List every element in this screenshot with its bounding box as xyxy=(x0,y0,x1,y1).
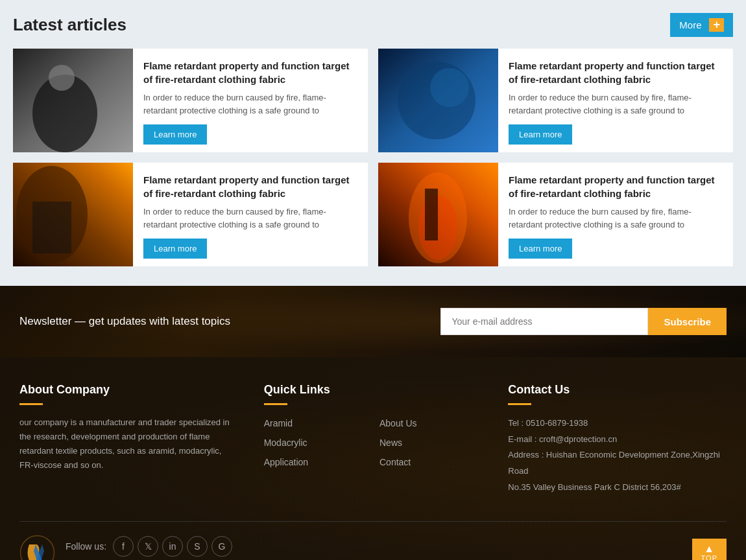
top-arrow-icon: ▲ xyxy=(704,544,714,554)
contact-email: E-mail : croft@dprotection.cn xyxy=(508,432,727,448)
contact-address1: Address : Huishan Economic Development Z… xyxy=(508,447,727,479)
article-text-4: In order to reduce the burn caused by fi… xyxy=(509,205,723,231)
article-image-1 xyxy=(13,49,133,152)
follow-section: Follow us: f 𝕏 in S G © Copyright 2020 W… xyxy=(66,536,413,560)
article-image-4 xyxy=(378,163,498,266)
about-underline xyxy=(19,403,43,405)
linkedin-icon[interactable]: in xyxy=(162,536,183,557)
about-text: our company is a manufacturer and trader… xyxy=(19,415,238,472)
footer-bottom: Follow us: f 𝕏 in S G © Copyright 2020 W… xyxy=(19,521,727,560)
article-text-2: In order to reduce the burn caused by fi… xyxy=(509,91,723,117)
more-label: More xyxy=(679,19,701,30)
learn-more-button-3[interactable]: Learn more xyxy=(143,239,207,259)
article-heading-1: Flame retardant property and function ta… xyxy=(143,59,357,86)
links-grid: AramidAbout UsModacrylicNewsApplicationC… xyxy=(264,415,483,470)
article-img-svg-1 xyxy=(13,49,133,152)
article-image-3 xyxy=(13,163,133,266)
article-content-1: Flame retardant property and function ta… xyxy=(133,49,368,152)
google-icon[interactable]: G xyxy=(211,536,232,557)
logo-area: Follow us: f 𝕏 in S G © Copyright 2020 W… xyxy=(19,535,413,560)
newsletter-text: Newsletter — get updates with latest top… xyxy=(19,315,230,328)
svg-point-2 xyxy=(49,65,75,91)
article-card-1: Flame retardant property and function ta… xyxy=(13,49,368,152)
article-img-svg-2 xyxy=(378,49,498,152)
footer-link-aramid[interactable]: Aramid xyxy=(264,415,367,431)
article-heading-4: Flame retardant property and function ta… xyxy=(509,173,723,200)
articles-grid: Flame retardant property and function ta… xyxy=(13,49,733,266)
footer-about-col: About Company our company is a manufactu… xyxy=(19,383,238,495)
top-button[interactable]: ▲ TOP xyxy=(692,539,727,560)
about-title: About Company xyxy=(19,383,238,397)
newsletter-section: Newsletter — get updates with latest top… xyxy=(0,286,746,357)
follow-area: Follow us: f 𝕏 in S G xyxy=(66,536,413,557)
contact-address2: No.35 Valley Business Park C District 56… xyxy=(508,480,727,496)
svg-rect-12 xyxy=(425,189,438,240)
facebook-icon[interactable]: f xyxy=(113,536,134,557)
svg-rect-8 xyxy=(32,202,71,253)
article-heading-3: Flame retardant property and function ta… xyxy=(143,173,357,200)
top-label: TOP xyxy=(701,554,717,560)
article-image-2 xyxy=(378,49,498,152)
footer-link-application[interactable]: Application xyxy=(264,454,367,470)
twitter-icon[interactable]: 𝕏 xyxy=(138,536,158,557)
subscribe-button[interactable]: Subscribe xyxy=(648,308,727,335)
plus-icon: + xyxy=(709,18,724,32)
article-heading-2: Flame retardant property and function ta… xyxy=(509,59,723,86)
article-content-3: Flame retardant property and function ta… xyxy=(133,163,368,266)
learn-more-button-2[interactable]: Learn more xyxy=(509,124,572,145)
email-input[interactable] xyxy=(440,308,648,335)
footer-link-modacrylic[interactable]: Modacrylic xyxy=(264,435,367,450)
footer-links-col: Quick Links AramidAbout UsModacrylicNews… xyxy=(264,383,483,495)
links-title: Quick Links xyxy=(264,383,483,397)
more-button[interactable]: More + xyxy=(670,13,733,37)
article-card-4: Flame retardant property and function ta… xyxy=(378,163,733,266)
footer-grid: About Company our company is a manufactu… xyxy=(19,383,727,495)
articles-header: Latest articles More + xyxy=(13,13,733,37)
footer-link-news[interactable]: News xyxy=(379,435,482,450)
article-img-svg-4 xyxy=(378,163,498,266)
links-underline xyxy=(264,403,287,405)
svg-point-5 xyxy=(430,68,469,107)
learn-more-button-1[interactable]: Learn more xyxy=(143,124,207,145)
footer-bottom-left: Follow us: f 𝕏 in S G © Copyright 2020 W… xyxy=(19,535,413,560)
brand-logo xyxy=(19,535,55,560)
newsletter-form: Subscribe xyxy=(440,308,727,335)
article-img-svg-3 xyxy=(13,163,133,266)
page-title: Latest articles xyxy=(13,15,126,35)
footer-link-contact[interactable]: Contact xyxy=(379,454,482,470)
footer-link-about-us[interactable]: About Us xyxy=(379,415,482,431)
article-card-3: Flame retardant property and function ta… xyxy=(13,163,368,266)
social-icons-row: f 𝕏 in S G xyxy=(113,536,232,557)
contact-title: Contact Us xyxy=(508,383,727,397)
article-content-4: Flame retardant property and function ta… xyxy=(498,163,733,266)
article-text-1: In order to reduce the burn caused by fi… xyxy=(143,91,357,117)
footer-section: About Company our company is a manufactu… xyxy=(0,357,746,560)
article-content-2: Flame retardant property and function ta… xyxy=(498,49,733,152)
contact-underline xyxy=(508,403,531,405)
follow-label: Follow us: xyxy=(66,541,106,552)
contact-tel: Tel : 0510-6879-1938 xyxy=(508,415,727,432)
footer-contact-col: Contact Us Tel : 0510-6879-1938 E-mail :… xyxy=(508,383,727,495)
article-card-2: Flame retardant property and function ta… xyxy=(378,49,733,152)
learn-more-button-4[interactable]: Learn more xyxy=(509,239,572,259)
article-text-3: In order to reduce the burn caused by fi… xyxy=(143,205,357,231)
skype-icon[interactable]: S xyxy=(187,536,208,557)
articles-section: Latest articles More + Flame retardant p… xyxy=(0,0,746,286)
